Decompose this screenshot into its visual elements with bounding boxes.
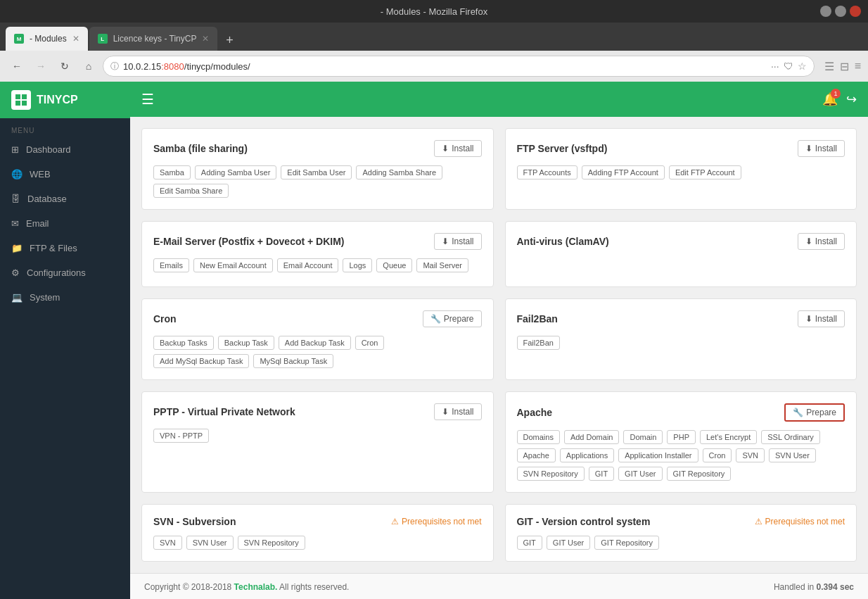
tag-vpn-pptp[interactable]: VPN - PPTP (153, 429, 209, 443)
panel-icon[interactable]: ⊟ (840, 60, 849, 73)
tag-edit-samba-user[interactable]: Edit Samba User (281, 165, 352, 179)
git-tags: GIT GIT User GIT Repository (517, 536, 845, 550)
tag-samba[interactable]: Samba (153, 165, 191, 179)
install-samba-button[interactable]: ⬇ Install (434, 140, 481, 157)
tag-email-account[interactable]: Email Account (277, 258, 339, 272)
new-tab-button[interactable]: + (219, 30, 240, 51)
module-title-email: E-Mail Server (Postfix + Dovecot + DKIM) (153, 236, 345, 247)
tag-emails[interactable]: Emails (153, 258, 189, 272)
hamburger-button[interactable]: ☰ (141, 91, 154, 108)
tag-applications[interactable]: Applications (560, 448, 614, 462)
module-title-samba: Samba (file sharing) (153, 143, 248, 154)
address-bookmark-icon[interactable]: ☆ (798, 61, 807, 72)
tag-git-repository-main[interactable]: GIT Repository (594, 536, 659, 550)
footer: Copyright © 2018-2018 Technalab. All rig… (130, 573, 868, 599)
svg-rect-2 (15, 101, 20, 106)
tag-backup-tasks[interactable]: Backup Tasks (153, 336, 214, 350)
tag-adding-samba-share[interactable]: Adding Samba Share (356, 165, 442, 179)
install-pptp-button[interactable]: ⬇ Install (434, 403, 481, 420)
email-icon: ✉ (11, 218, 19, 229)
tag-backup-task[interactable]: Backup Task (218, 336, 274, 350)
tag-add-domain[interactable]: Add Domain (564, 430, 620, 444)
notification-icon-wrapper[interactable]: 🔔 1 (822, 92, 838, 107)
tag-cron-apache[interactable]: Cron (703, 448, 732, 462)
tag-domain[interactable]: Domain (623, 430, 663, 444)
download-ftp-icon: ⬇ (805, 144, 812, 153)
svg-rect-0 (15, 94, 20, 99)
sidebar: TINYCP MENU ⊞ Dashboard 🌐 WEB 🗄 Database… (0, 82, 130, 599)
address-more-btn[interactable]: ··· (771, 61, 779, 72)
back-button[interactable]: ← (7, 56, 27, 76)
tag-adding-ftp-account[interactable]: Adding FTP Account (582, 165, 665, 179)
module-title-git: GIT - Version control system (517, 516, 651, 527)
sidebar-item-web[interactable]: 🌐 WEB (0, 162, 130, 187)
sidebar-item-configurations[interactable]: ⚙ Configurations (0, 260, 130, 285)
home-button[interactable]: ⌂ (79, 56, 98, 76)
tag-logs[interactable]: Logs (343, 258, 372, 272)
tag-add-mysql-backup-task[interactable]: Add MySql Backup Task (153, 354, 249, 368)
tag-edit-samba-share[interactable]: Edit Samba Share (153, 184, 229, 198)
tag-mail-server[interactable]: Mail Server (416, 258, 468, 272)
install-antivirus-button[interactable]: ⬇ Install (798, 233, 845, 250)
tab-modules[interactable]: M - Modules ✕ (6, 27, 88, 51)
tag-ftp-accounts[interactable]: FTP Accounts (517, 165, 577, 179)
footer-brand[interactable]: Technalab. (234, 582, 278, 592)
tag-apache[interactable]: Apache (517, 448, 556, 462)
tag-svn-user[interactable]: SVN User (769, 448, 816, 462)
address-bar[interactable]: ⓘ 10.0.2.15:8080/tinycp/modules/ ··· 🛡 ☆ (103, 56, 815, 77)
tag-git-user-main[interactable]: GIT User (547, 536, 590, 550)
module-title-svn: SVN - Subversion (153, 516, 236, 527)
install-fail2ban-button[interactable]: ⬇ Install (798, 310, 845, 327)
install-ftp-button[interactable]: ⬇ Install (798, 140, 845, 157)
tag-mysql-backup-task[interactable]: MySql Backup Task (253, 354, 333, 368)
tag-svn-repository[interactable]: SVN Repository (517, 467, 585, 481)
install-email-button[interactable]: ⬇ Install (434, 233, 481, 250)
tag-add-backup-task[interactable]: Add Backup Task (279, 336, 351, 350)
tag-lets-encrypt[interactable]: Let's Encrypt (700, 430, 757, 444)
tag-domains[interactable]: Domains (517, 430, 560, 444)
module-card-apache: Apache 🔧 Prepare Domains Add Domain Doma… (505, 391, 857, 493)
window-minimize-btn[interactable] (820, 6, 831, 17)
module-title-ftp: FTP Server (vsftpd) (517, 143, 608, 154)
tag-queue[interactable]: Queue (376, 258, 412, 272)
tag-fail2ban[interactable]: Fail2Ban (517, 336, 560, 350)
sidebar-toggle-icon[interactable]: ☰ (824, 60, 834, 73)
logout-icon[interactable]: ↪ (846, 92, 857, 107)
sidebar-label-database: Database (27, 194, 67, 204)
tag-svn-repository-main[interactable]: SVN Repository (238, 536, 305, 550)
tag-adding-samba-user[interactable]: Adding Samba User (195, 165, 276, 179)
tag-git-user-apache[interactable]: GIT User (618, 467, 662, 481)
tag-svn-main[interactable]: SVN (153, 536, 182, 550)
menu-icon[interactable]: ≡ (855, 60, 861, 73)
database-icon: 🗄 (11, 194, 20, 204)
sidebar-item-system[interactable]: 💻 System (0, 285, 130, 310)
tag-php[interactable]: PHP (667, 430, 696, 444)
tag-application-installer[interactable]: Application Installer (618, 448, 698, 462)
module-title-cron: Cron (153, 313, 177, 324)
tab-close-licence[interactable]: ✕ (202, 34, 209, 44)
forward-button[interactable]: → (31, 56, 51, 76)
tag-edit-ftp-account[interactable]: Edit FTP Account (669, 165, 741, 179)
window-maximize-btn[interactable] (835, 6, 846, 17)
window-close-btn[interactable] (850, 6, 861, 17)
main-content: ☰ 🔔 1 ↪ Samba (file sharing) ⬇ Install (130, 82, 868, 599)
sidebar-item-ftp[interactable]: 📁 FTP & Files (0, 236, 130, 260)
sidebar-item-dashboard[interactable]: ⊞ Dashboard (0, 137, 130, 162)
prepare-cron-button[interactable]: 🔧 Prepare (423, 310, 482, 327)
tab-licence[interactable]: L Licence keys - TinyCP ✕ (89, 27, 218, 51)
sidebar-item-database[interactable]: 🗄 Database (0, 187, 130, 211)
tag-svn-user-main[interactable]: SVN User (186, 536, 234, 550)
tab-close-modules[interactable]: ✕ (72, 34, 79, 44)
tag-ssl-ordinary[interactable]: SSL Ordinary (761, 430, 820, 444)
module-card-ftp: FTP Server (vsftpd) ⬇ Install FTP Accoun… (505, 128, 857, 210)
tag-new-email-account[interactable]: New Email Account (193, 258, 273, 272)
tag-git-repository-apache[interactable]: GIT Repository (667, 467, 732, 481)
tag-git-apache[interactable]: GIT (589, 467, 614, 481)
sidebar-item-email[interactable]: ✉ Email (0, 211, 130, 236)
tag-cron[interactable]: Cron (355, 336, 385, 350)
prepare-apache-button[interactable]: 🔧 Prepare (784, 403, 845, 422)
reload-button[interactable]: ↻ (55, 56, 75, 76)
download-antivirus-icon: ⬇ (805, 237, 812, 246)
tag-git-main[interactable]: GIT (517, 536, 542, 550)
tag-svn[interactable]: SVN (736, 448, 765, 462)
